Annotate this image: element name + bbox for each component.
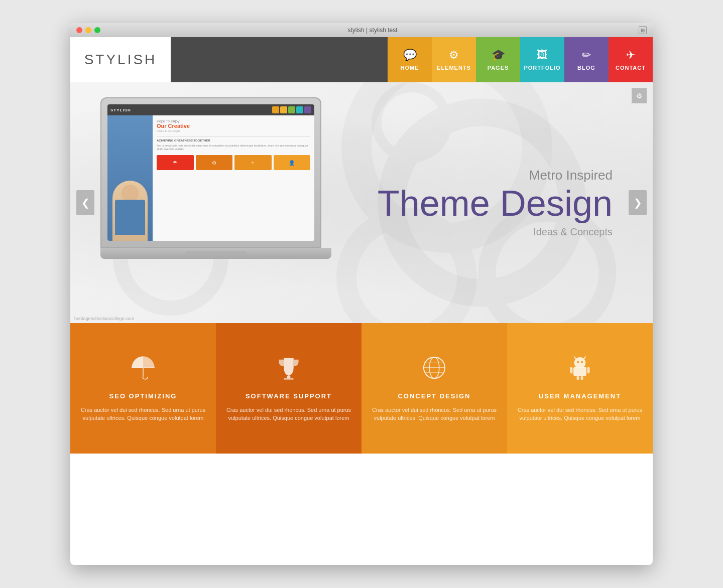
seo-title: SEO OPTIMIZING: [109, 392, 177, 400]
android-icon: [567, 355, 593, 381]
website-content: STYLISH 💬 HOME ⚙ ELEMENTS 🎓 PAGES 🖼 PORT: [70, 37, 653, 565]
watermark: heritageechristiancollege.com: [74, 316, 134, 321]
hero-description: Ideas & Concepts: [378, 226, 613, 238]
nav-item-portfolio[interactable]: 🖼 PORTFOLIO: [520, 37, 564, 82]
title-bar: stylish | stylish test ⊞: [70, 23, 653, 37]
settings-icon: ⚙: [636, 92, 643, 100]
svg-rect-17: [577, 376, 579, 380]
pages-label: PAGES: [488, 65, 509, 71]
contact-label: CONTACT: [616, 65, 646, 71]
ls-big-text: Our Creative: [157, 123, 310, 129]
expand-icon: ⊞: [641, 28, 645, 33]
portfolio-icon: 🖼: [537, 49, 548, 62]
hero-title: Theme Design: [378, 185, 613, 221]
ls-cards: ☂ ⚙ + 👤: [157, 155, 310, 170]
slider-settings-button[interactable]: ⚙: [632, 88, 647, 103]
nav-item-contact[interactable]: ✈ CONTACT: [609, 37, 653, 82]
svg-point-19: [577, 361, 579, 363]
nav-item-home[interactable]: 💬 HOME: [388, 37, 432, 82]
laptop-screen-logo: STYLISH: [110, 108, 131, 112]
laptop-notch: [186, 251, 246, 255]
laptop-outer: STYLISH: [100, 97, 321, 248]
svg-line-21: [574, 357, 576, 359]
elements-icon: ⚙: [449, 49, 459, 62]
laptop-screen-nav: [272, 106, 311, 113]
ls-dot-4: [296, 106, 303, 113]
svg-rect-4: [143, 368, 144, 377]
laptop-screen-inner: STYLISH: [107, 104, 314, 241]
software-title: SOFTWARE SUPPORT: [246, 392, 332, 400]
ls-title-small: Hope To Enjoy: [157, 119, 310, 123]
seo-text: Cras auctor vel dui sed rhoncus. Sed urn…: [80, 406, 206, 422]
laptop-screen-body: Hope To Enjoy Our Creative Ideas & Conce…: [107, 115, 314, 241]
trophy-icon: [276, 355, 302, 381]
window-title: stylish | stylish test: [106, 27, 639, 34]
laptop-mockup: STYLISH: [100, 97, 331, 308]
feature-block-concept: CONCEPT DESIGN Cras auctor vel dui sed r…: [362, 323, 507, 454]
ls-subtitle-small: Ideas & Concepts: [157, 129, 310, 132]
site-logo: STYLISH: [84, 52, 157, 68]
hero-text-block: Metro Inspired Theme Design Ideas & Conc…: [378, 168, 613, 238]
user-title: USER MANAGEMENT: [539, 392, 621, 400]
ls-dot-3: [288, 106, 295, 113]
svg-rect-14: [573, 367, 586, 376]
umbrella-icon: [130, 355, 156, 381]
mac-window: stylish | stylish test ⊞ STYLISH 💬 HOME …: [70, 23, 653, 565]
ls-card-1: ☂: [157, 155, 194, 170]
svg-rect-6: [287, 376, 291, 378]
user-icon: [567, 355, 593, 386]
ls-desc: Sed ut perspiciatis unde omnis iste natu…: [157, 144, 310, 151]
ls-divider: [157, 136, 310, 137]
blog-label: BLOG: [577, 65, 595, 71]
nav-item-blog[interactable]: ✏ BLOG: [564, 37, 609, 82]
maximize-button[interactable]: [94, 27, 100, 33]
concept-icon: [421, 355, 447, 386]
main-nav: 💬 HOME ⚙ ELEMENTS 🎓 PAGES 🖼 PORTFOLIO ✏: [171, 37, 653, 82]
minimize-button[interactable]: [85, 27, 91, 33]
svg-rect-15: [570, 367, 573, 373]
site-header: STYLISH 💬 HOME ⚙ ELEMENTS 🎓 PAGES 🖼 PORT: [70, 37, 653, 82]
ls-dot-2: [280, 106, 287, 113]
feature-block-software: SOFTWARE SUPPORT Cras auctor vel dui sed…: [216, 323, 362, 454]
laptop-screen: STYLISH: [107, 104, 314, 241]
slider-next-button[interactable]: ❯: [629, 190, 647, 215]
user-text: Cras auctor vel dui sed rhoncus. Sed urn…: [517, 406, 643, 422]
nav-item-pages[interactable]: 🎓 PAGES: [476, 37, 520, 82]
ls-dot-1: [272, 106, 279, 113]
software-icon: [276, 355, 302, 386]
svg-line-22: [584, 357, 585, 359]
slider-prev-button[interactable]: ❮: [76, 190, 94, 215]
hero-slider: ❮ ❯ ⚙ STYLISH: [70, 82, 653, 323]
portfolio-label: PORTFOLIO: [524, 65, 560, 71]
laptop-screen-header: STYLISH: [107, 104, 314, 115]
expand-button[interactable]: ⊞: [639, 26, 647, 34]
concept-text: Cras auctor vel dui sed rhoncus. Sed urn…: [372, 406, 497, 422]
concept-title: CONCEPT DESIGN: [398, 392, 470, 400]
laptop-base: [100, 248, 331, 259]
elements-label: ELEMENTS: [437, 65, 471, 71]
seo-icon: [130, 355, 156, 386]
traffic-lights: [76, 27, 100, 33]
close-button[interactable]: [76, 27, 82, 33]
laptop-screen-person: [107, 115, 153, 241]
svg-point-20: [581, 361, 583, 363]
blog-icon: ✏: [582, 49, 591, 62]
laptop-screen-content: Hope To Enjoy Our Creative Ideas & Conce…: [153, 115, 314, 241]
feature-block-user: USER MANAGEMENT Cras auctor vel dui sed …: [507, 323, 653, 454]
person-shape: [112, 181, 148, 241]
ls-divider-label: ACHIEVING GREATNESS TOGETHER: [157, 139, 310, 142]
globe-icon: [421, 355, 447, 381]
ls-dot-5: [304, 106, 311, 113]
hero-subtitle: Metro Inspired: [378, 168, 613, 183]
svg-rect-7: [284, 378, 294, 379]
pages-icon: 🎓: [492, 49, 505, 62]
ls-card-2: ⚙: [196, 155, 233, 170]
ls-card-4: 👤: [274, 155, 311, 170]
feature-block-seo: SEO OPTIMIZING Cras auctor vel dui sed r…: [70, 323, 216, 454]
contact-icon: ✈: [626, 49, 635, 62]
ls-card-3: +: [234, 155, 272, 170]
nav-item-elements[interactable]: ⚙ ELEMENTS: [432, 37, 476, 82]
home-label: HOME: [401, 65, 419, 71]
svg-rect-16: [587, 367, 590, 373]
home-icon: 💬: [403, 49, 417, 62]
